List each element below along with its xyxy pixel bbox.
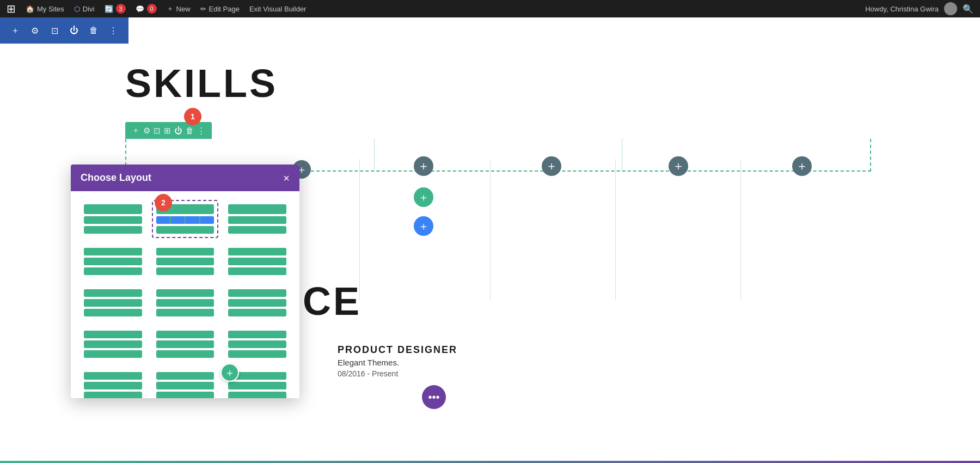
- avatar: [944, 2, 957, 15]
- product-designer-company: Elegant Themes.: [338, 358, 457, 367]
- delete-button[interactable]: 🗑: [85, 22, 102, 39]
- layout-opt14[interactable]: [152, 368, 219, 398]
- layout-opt8[interactable]: [152, 285, 219, 321]
- modal-header: Choose Layout ×: [71, 165, 299, 191]
- layout-2col-row3: [156, 226, 215, 234]
- divider-2: [490, 159, 491, 301]
- edit-icon: ✏: [200, 5, 206, 13]
- row-toolbar: ＋ ⚙ ⊡ ⊞ ⏻ 🗑 ⋮: [125, 122, 212, 139]
- updates-badge: 3: [116, 4, 126, 14]
- row-delete-icon[interactable]: 🗑: [186, 126, 194, 135]
- divider-4: [740, 159, 741, 301]
- layout-3col-row2: [228, 216, 286, 224]
- layout-badge-2: 2: [155, 194, 172, 211]
- add-column-btn-3[interactable]: ＋: [669, 156, 688, 176]
- column-3: [622, 139, 870, 170]
- product-designer-date: 08/2016 - Present: [338, 369, 457, 378]
- disable-button[interactable]: ⏻: [65, 22, 83, 39]
- layout-1col-row3: [84, 226, 142, 234]
- add-column-btn-4[interactable]: ＋: [792, 156, 812, 176]
- updates-link[interactable]: 🔄 3: [105, 4, 126, 14]
- row-more-icon[interactable]: ⋮: [197, 126, 205, 136]
- divi-icon: ⬡: [74, 5, 80, 13]
- howdy-text: Howdy, Christina Gwira: [865, 5, 939, 13]
- new-link[interactable]: ＋ New: [167, 4, 191, 14]
- layout-opt10[interactable]: [79, 326, 146, 362]
- row-layout-icon[interactable]: ⊡: [154, 126, 161, 136]
- divi-link[interactable]: ⬡ Divi: [74, 5, 95, 13]
- layout-opt7[interactable]: [79, 285, 146, 321]
- choose-layout-modal: Choose Layout × 2: [71, 165, 299, 398]
- layout-3col-row1: [228, 204, 286, 214]
- add-section-button[interactable]: ＋: [7, 22, 24, 39]
- row-badge-1: 1: [184, 108, 201, 125]
- product-designer-section: PRODUCT DESIGNER Elegant Themes. 08/2016…: [338, 344, 457, 378]
- modal-body: 2: [71, 191, 299, 398]
- row-section: 1 ＋ ⚙ ⊡ ⊞ ⏻ 🗑 ⋮: [125, 117, 871, 172]
- layout-3col[interactable]: [224, 200, 291, 238]
- layout-1col-row1: [84, 204, 142, 214]
- add-column-btn-2[interactable]: ＋: [542, 156, 561, 176]
- comments-icon: 💬: [136, 5, 144, 13]
- settings-button[interactable]: ⚙: [26, 22, 44, 39]
- experience-text: CE: [303, 279, 362, 324]
- modal-close-button[interactable]: ×: [283, 173, 290, 184]
- my-sites-link[interactable]: 🏠 My Sites: [26, 5, 64, 13]
- my-sites-icon: 🏠: [26, 5, 34, 13]
- layout-2col-row2-multi: [156, 216, 215, 224]
- column-2: [375, 139, 623, 170]
- row-add-icon[interactable]: ＋: [132, 125, 140, 136]
- modal-title: Choose Layout: [81, 172, 151, 184]
- updates-icon: 🔄: [105, 5, 113, 13]
- add-column-btn-1[interactable]: ＋: [414, 156, 433, 176]
- wp-icon: ⊞: [7, 2, 16, 15]
- layout-opt13[interactable]: [79, 368, 146, 398]
- layout-1col[interactable]: [79, 200, 146, 238]
- add-row-button[interactable]: ＋: [220, 363, 239, 382]
- row-disable-icon[interactable]: ⏻: [174, 126, 182, 135]
- divider-3: [615, 159, 616, 301]
- layout-3col-row3: [228, 226, 286, 234]
- add-row-btn-1[interactable]: ＋: [414, 216, 433, 236]
- layout-button[interactable]: ⊡: [46, 22, 63, 39]
- layout-opt4[interactable]: [79, 243, 146, 279]
- layout-opt9[interactable]: [224, 285, 291, 321]
- exit-builder-link[interactable]: Exit Visual Builder: [249, 5, 307, 13]
- comments-link[interactable]: 💬 0: [136, 4, 157, 14]
- layout-opt11[interactable]: [152, 326, 219, 362]
- admin-bar-right: Howdy, Christina Gwira 🔍: [865, 2, 973, 15]
- skills-title: SKILLS: [125, 61, 980, 106]
- more-options-button[interactable]: ⋮: [105, 22, 122, 39]
- wp-admin-bar: ⊞ 🏠 My Sites ⬡ Divi 🔄 3 💬 0 ＋ New ✏ Edit…: [0, 0, 980, 17]
- search-icon[interactable]: 🔍: [963, 4, 973, 14]
- edit-page-link[interactable]: ✏ Edit Page: [200, 5, 240, 13]
- add-module-btn-1[interactable]: ＋: [414, 187, 433, 207]
- divi-toolbar: ＋ ⚙ ⊡ ⏻ 🗑 ⋮: [0, 17, 128, 44]
- layout-opt6[interactable]: [224, 243, 291, 279]
- add-icon: ＋: [167, 4, 174, 14]
- page-content: SKILLS 1 ＋ ⚙ ⊡ ⊞ ⏻ 🗑 ⋮ Choose Layout ×: [0, 17, 980, 463]
- wp-logo[interactable]: ⊞: [7, 2, 16, 15]
- more-options-floating-btn[interactable]: •••: [422, 385, 446, 409]
- comments-badge: 0: [147, 4, 157, 14]
- bottom-bar: [0, 461, 980, 463]
- row-column-icon[interactable]: ⊞: [164, 126, 171, 136]
- layout-opt12[interactable]: [224, 326, 291, 362]
- layout-opt5[interactable]: [152, 243, 219, 279]
- product-designer-title: PRODUCT DESIGNER: [338, 344, 457, 356]
- row-settings-icon[interactable]: ⚙: [143, 126, 150, 136]
- layout-1col-row2: [84, 216, 142, 224]
